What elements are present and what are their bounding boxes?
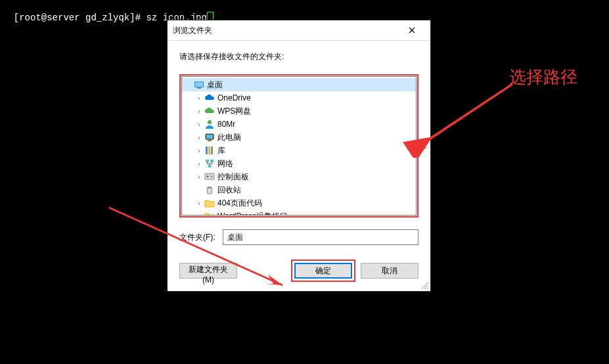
expander-icon[interactable]: › (195, 160, 203, 168)
expander-icon[interactable]: › (195, 147, 203, 154)
tree-item-label: 控制面板 (217, 171, 249, 183)
cancel-button[interactable]: 取消 (361, 263, 418, 279)
onedrive-icon (204, 93, 215, 103)
svg-rect-1 (195, 82, 203, 87)
tree-item[interactable]: ›此电脑 (182, 131, 416, 144)
folder-field-label: 文件夹(F): (179, 232, 223, 243)
tree-item-label: 此电脑 (217, 132, 241, 143)
ok-highlight-box: 确定 (291, 260, 355, 282)
tree-item-label: 404页面代码 (217, 198, 262, 209)
close-button[interactable] (399, 21, 425, 39)
svg-rect-12 (208, 165, 212, 168)
expander-icon[interactable]: › (195, 108, 203, 115)
pc-icon (204, 132, 215, 143)
network-icon (204, 158, 215, 169)
svg-rect-8 (208, 147, 210, 154)
folder-icon (204, 211, 215, 216)
tree-item-label: 80Mr (217, 120, 235, 129)
folder-tree[interactable]: 桌面›OneDrive›WPS网盘›80Mr›此电脑›库›网络›控制面板回收站›… (181, 76, 417, 216)
svg-rect-10 (206, 160, 209, 162)
user-icon (204, 119, 215, 129)
svg-point-3 (208, 120, 212, 124)
svg-rect-2 (197, 87, 201, 89)
browse-folder-dialog: 浏览文件夹 请选择保存接收文件的文件夹: 桌面›OneDrive›WPS网盘›8… (167, 20, 431, 292)
folder-field-row: 文件夹(F): (179, 229, 418, 245)
tree-item[interactable]: ›控制面板 (182, 170, 416, 183)
close-icon (409, 27, 415, 34)
library-icon (204, 145, 215, 156)
ok-button[interactable]: 确定 (294, 263, 352, 279)
tree-item[interactable]: 回收站 (182, 183, 416, 196)
svg-point-14 (207, 175, 209, 177)
expander-icon[interactable]: › (195, 134, 203, 141)
folder-field-input[interactable] (223, 229, 418, 245)
desktop-icon (194, 80, 204, 90)
dialog-title: 浏览文件夹 (173, 25, 399, 36)
tree-item[interactable]: ›WordPress采集接口 (182, 210, 416, 216)
recycle-icon (204, 185, 215, 195)
svg-rect-13 (205, 173, 214, 179)
tree-item-label: OneDrive (217, 93, 251, 102)
expander-icon[interactable]: › (195, 173, 203, 181)
control-icon (204, 171, 215, 182)
tree-item-label: 回收站 (217, 185, 241, 196)
titlebar: 浏览文件夹 (168, 20, 430, 41)
tree-item-label: WPS网盘 (217, 106, 251, 117)
svg-rect-5 (206, 135, 213, 139)
expander-icon[interactable]: › (195, 200, 203, 207)
tree-item[interactable]: ›404页面代码 (182, 196, 416, 210)
button-row: 新建文件夹(M) 确定 取消 (179, 260, 418, 282)
tree-item-label: 网络 (217, 158, 233, 170)
tree-item[interactable]: ›OneDrive (182, 91, 416, 104)
svg-rect-16 (208, 187, 212, 188)
new-folder-button[interactable]: 新建文件夹(M) (179, 263, 237, 279)
tree-item-label: WordPress采集接口 (217, 211, 288, 216)
expander-icon[interactable]: › (195, 95, 203, 102)
tree-item-label: 库 (217, 145, 225, 156)
tree-item[interactable]: ›网络 (182, 157, 416, 170)
svg-rect-7 (206, 147, 208, 154)
tree-item[interactable]: ›库 (182, 144, 416, 157)
svg-point-15 (211, 175, 213, 177)
tree-item-label: 桌面 (207, 80, 223, 91)
prompt-text: 请选择保存接收文件的文件夹: (179, 51, 418, 62)
tree-highlight-box: 桌面›OneDrive›WPS网盘›80Mr›此电脑›库›网络›控制面板回收站›… (179, 74, 418, 217)
tree-item[interactable]: 桌面 (182, 78, 416, 91)
folder-icon (204, 198, 215, 208)
svg-rect-9 (211, 147, 213, 154)
dialog-body: 请选择保存接收文件的文件夹: 桌面›OneDrive›WPS网盘›80Mr›此电… (168, 41, 430, 291)
annotation-label-1: 选择路径 (509, 66, 577, 89)
expander-icon[interactable]: › (195, 213, 203, 216)
svg-rect-6 (208, 140, 212, 141)
svg-rect-11 (210, 160, 214, 162)
resize-grip-icon[interactable] (420, 281, 429, 290)
tree-item[interactable]: ›80Mr (182, 118, 416, 131)
tree-item[interactable]: ›WPS网盘 (182, 104, 416, 118)
wps-icon (204, 106, 215, 116)
expander-icon[interactable]: › (195, 121, 203, 128)
